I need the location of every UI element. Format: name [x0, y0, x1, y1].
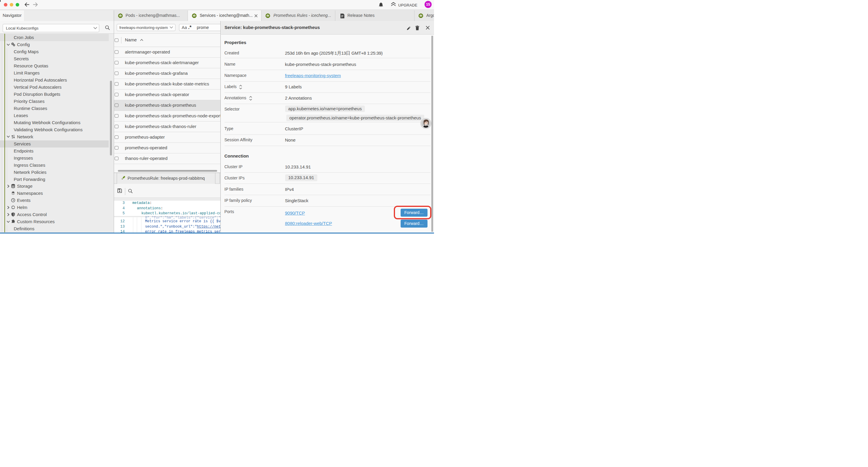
svg-text:HELM: HELM: [11, 207, 14, 208]
